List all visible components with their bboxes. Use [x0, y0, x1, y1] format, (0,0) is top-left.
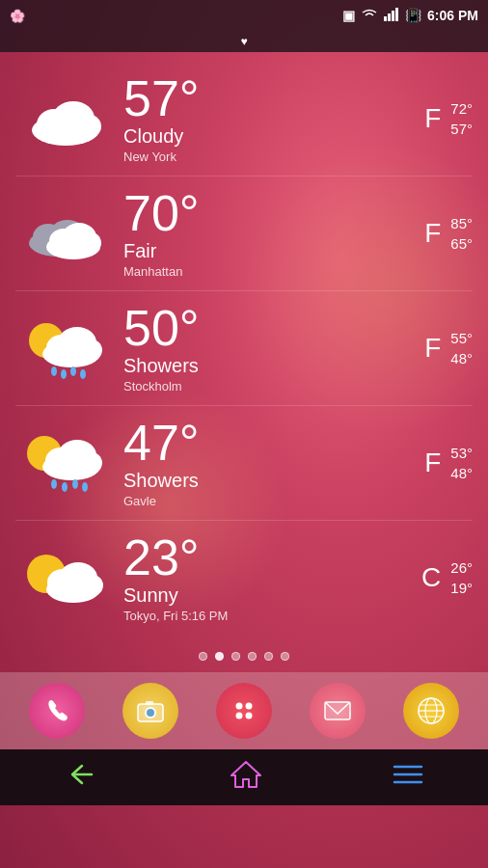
weather-row-3[interactable]: 50° Showers Stockholm F 55° 48°	[0, 291, 488, 405]
weather-info-3: 50° Showers Stockholm	[116, 303, 415, 393]
svg-point-37	[76, 574, 103, 597]
hilo-1: 72° 57°	[450, 98, 473, 139]
temp-5: 23°	[123, 532, 412, 583]
svg-point-42	[235, 703, 242, 710]
svg-rect-1	[388, 14, 391, 21]
weather-row-4[interactable]: 47° Showers Gavle F 53° 48°	[0, 406, 488, 520]
temp-2: 70°	[123, 188, 415, 238]
wifi-icon	[361, 8, 378, 24]
unit-1: F	[424, 103, 441, 134]
high-4: 53°	[450, 443, 473, 463]
temp-4: 47°	[123, 418, 415, 468]
low-1: 57°	[450, 119, 473, 139]
location-3: Stockholm	[123, 379, 415, 393]
svg-point-44	[235, 713, 242, 719]
svg-point-23	[80, 369, 86, 379]
weather-row-5[interactable]: 23° Sunny Tokyo, Fri 5:16 PM C 26° 19°	[0, 521, 488, 635]
svg-rect-3	[395, 8, 398, 21]
high-2: 85°	[450, 213, 473, 233]
unit-4: F	[424, 448, 441, 478]
browser-app-button[interactable]	[403, 683, 459, 739]
low-3: 48°	[450, 348, 473, 368]
unit-area-3: F	[424, 333, 441, 364]
dot-3[interactable]	[231, 652, 240, 661]
svg-point-20	[51, 366, 57, 376]
svg-point-30	[62, 482, 68, 492]
svg-point-14	[76, 231, 101, 255]
condition-3: Showers	[123, 355, 415, 377]
svg-point-21	[61, 369, 67, 379]
nav-bar	[0, 749, 488, 805]
divider-4	[15, 520, 473, 521]
time-display: 6:06 PM	[427, 8, 478, 23]
status-right: ▣ 📳 6:06 PM	[342, 8, 478, 24]
svg-rect-41	[146, 701, 153, 705]
condition-2: Fair	[123, 240, 415, 262]
high-5: 26°	[450, 557, 473, 578]
phone-app-button[interactable]	[29, 683, 85, 739]
unit-3: F	[424, 333, 441, 364]
svg-point-31	[72, 479, 78, 489]
location-5: Tokyo, Fri 5:16 PM	[123, 609, 412, 623]
home-button[interactable]	[230, 760, 262, 796]
weather-row-1[interactable]: 57° Cloudy New York F 72° 57°	[0, 62, 488, 176]
svg-point-32	[82, 482, 88, 492]
weather-icon-sunny	[10, 547, 116, 610]
battery-icon: ▣	[342, 8, 355, 23]
unit-area-2: F	[424, 218, 441, 249]
svg-point-19	[75, 339, 102, 362]
hilo-5: 26° 19°	[450, 557, 473, 598]
weather-icon-showers-2	[10, 428, 116, 498]
unit-area-5: C	[421, 562, 441, 593]
dot-6[interactable]	[281, 652, 289, 661]
dot-4[interactable]	[248, 652, 257, 661]
svg-point-45	[245, 713, 252, 719]
dot-2[interactable]	[215, 652, 224, 661]
status-left: 🌸	[10, 9, 25, 23]
unit-2: F	[424, 218, 441, 249]
back-button[interactable]	[65, 761, 99, 795]
dot-1[interactable]	[199, 652, 207, 661]
svg-point-43	[245, 703, 252, 710]
location-2: Manhattan	[123, 264, 415, 279]
mail-app-button[interactable]	[310, 683, 366, 739]
app-icon: 🌸	[10, 9, 25, 23]
low-2: 65°	[450, 233, 473, 254]
hilo-2: 85° 65°	[450, 213, 473, 254]
svg-point-29	[51, 479, 57, 489]
hilo-3: 55° 48°	[450, 328, 473, 368]
weather-info-5: 23° Sunny Tokyo, Fri 5:16 PM	[116, 532, 412, 623]
apps-button[interactable]	[216, 683, 272, 739]
temp-3: 50°	[123, 303, 415, 353]
high-3: 55°	[450, 328, 473, 348]
svg-point-7	[72, 114, 101, 139]
weather-info-4: 47° Showers Gavle	[116, 418, 415, 508]
dot-5[interactable]	[264, 652, 273, 661]
weather-icon-cloudy	[10, 90, 116, 148]
svg-point-22	[70, 366, 76, 376]
weather-icon-showers-1	[10, 313, 116, 383]
svg-rect-2	[392, 11, 394, 21]
weather-icon-fair	[10, 204, 116, 262]
location-1: New York	[123, 149, 415, 164]
location-4: Gavle	[123, 494, 415, 508]
menu-button[interactable]	[393, 763, 423, 793]
camera-app-button[interactable]	[122, 683, 178, 739]
sim-icon: 📳	[405, 8, 421, 23]
condition-4: Showers	[123, 470, 415, 492]
heart-icon: ♥	[240, 35, 247, 48]
page-dots	[0, 644, 488, 672]
signal-icon	[384, 8, 399, 24]
hilo-4: 53° 48°	[450, 443, 473, 483]
weather-info-1: 57° Cloudy New York	[116, 73, 415, 164]
unit-area-4: F	[424, 448, 441, 478]
svg-point-40	[147, 709, 154, 717]
weather-row-2[interactable]: 70° Fair Manhattan F 85° 65°	[0, 176, 488, 290]
divider-1	[15, 176, 473, 176]
status-bar: 🌸 ▣ 📳 6:06 PM	[0, 0, 488, 31]
divider-2	[15, 290, 473, 291]
main-content: 57° Cloudy New York F 72° 57°	[0, 52, 488, 644]
condition-5: Sunny	[123, 584, 412, 607]
app-dock	[0, 672, 488, 749]
top-decoration: ♥	[0, 31, 488, 52]
